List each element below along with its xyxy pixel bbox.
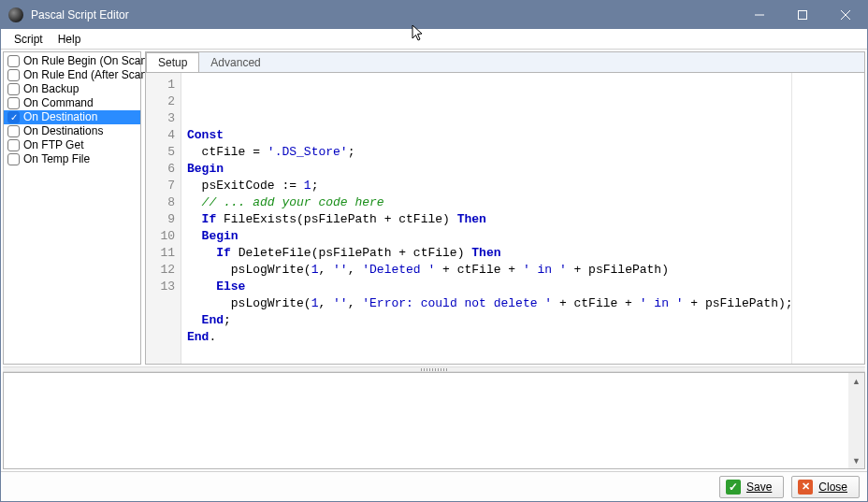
output-scrollbar[interactable]: ▲ ▼: [848, 373, 864, 468]
event-list-item[interactable]: On Destination: [4, 110, 140, 124]
line-number: 3: [148, 110, 175, 127]
code-token: psLogWrite(: [187, 296, 311, 310]
code-line[interactable]: // ... add your code here: [187, 194, 859, 211]
code-token: psExitCode :=: [187, 179, 304, 193]
code-token: + ctFile +: [435, 263, 523, 277]
code-token: ;: [224, 313, 231, 327]
code-token: Then: [457, 212, 486, 226]
close-window-button[interactable]: [824, 1, 867, 29]
save-button-label: Save: [746, 480, 772, 494]
line-number: 6: [148, 161, 175, 178]
event-list: On Rule Begin (On Scan)On Rule End (Afte…: [3, 51, 141, 365]
line-number: 5: [148, 144, 175, 161]
titlebar[interactable]: Pascal Script Editor: [1, 1, 867, 29]
checkbox[interactable]: [7, 125, 20, 137]
line-number: 4: [148, 127, 175, 144]
code-line[interactable]: psLogWrite(1, '', 'Error: could not dele…: [187, 295, 859, 312]
event-list-item-label: On Rule Begin (On Scan): [23, 54, 151, 68]
code-token: If: [216, 246, 231, 260]
scroll-up-icon[interactable]: ▲: [848, 373, 864, 389]
event-list-item[interactable]: On FTP Get: [4, 138, 140, 152]
code-token: [187, 212, 202, 226]
checkbox[interactable]: [7, 55, 20, 67]
save-button[interactable]: Save: [719, 476, 784, 498]
code-token: .: [209, 330, 216, 344]
code-area[interactable]: Const ctFile = '.DS_Store';Begin psExitC…: [181, 73, 864, 364]
code-token: DeleteFile(psFilePath + ctFile): [231, 246, 471, 260]
event-list-item[interactable]: On Temp File: [4, 152, 140, 166]
close-button[interactable]: Close: [791, 476, 860, 498]
event-list-item-label: On Temp File: [23, 152, 90, 166]
checkbox[interactable]: [7, 111, 20, 123]
code-token: '': [333, 296, 348, 310]
code-line[interactable]: End;: [187, 312, 859, 329]
code-token: ' in ': [523, 263, 567, 277]
code-token: 'Deleted ': [362, 263, 435, 277]
minimize-button[interactable]: [738, 1, 781, 29]
code-token: 1: [304, 179, 311, 193]
code-token: + psFilePath): [567, 263, 669, 277]
code-line[interactable]: psExitCode := 1;: [187, 178, 859, 194]
code-line[interactable]: Else: [187, 279, 859, 295]
code-line[interactable]: Const: [187, 127, 859, 144]
code-line[interactable]: psLogWrite(1, '', 'Deleted ' + ctFile + …: [187, 262, 859, 279]
event-list-item-label: On Backup: [23, 82, 79, 96]
line-number: 7: [148, 178, 175, 194]
event-list-item-label: On Command: [23, 96, 94, 110]
output-panel[interactable]: ▲ ▼: [3, 372, 865, 469]
code-line[interactable]: If FileExists(psFilePath + ctFile) Then: [187, 211, 859, 228]
line-number: 13: [148, 279, 175, 295]
code-token: '': [333, 263, 348, 277]
checkbox[interactable]: [7, 153, 20, 165]
scroll-down-icon[interactable]: ▼: [848, 452, 864, 468]
checkbox[interactable]: [7, 97, 20, 109]
event-list-item[interactable]: On Destinations: [4, 124, 140, 138]
code-line[interactable]: If DeleteFile(psFilePath + ctFile) Then: [187, 245, 859, 262]
tab-setup[interactable]: Setup: [146, 52, 199, 73]
window: Pascal Script Editor Script Help On Rule…: [0, 0, 868, 502]
app-icon: [8, 7, 23, 22]
event-list-item[interactable]: On Command: [4, 96, 140, 110]
code-token: End: [187, 330, 209, 344]
checkmark-icon: [726, 480, 741, 495]
code-token: Else: [216, 280, 245, 294]
code-token: 'Error: could not delete ': [362, 296, 552, 310]
line-number: 9: [148, 211, 175, 228]
code-token: psLogWrite(: [187, 263, 311, 277]
maximize-button[interactable]: [781, 1, 824, 29]
line-number: 1: [148, 77, 175, 93]
event-list-item[interactable]: On Rule Begin (On Scan): [4, 54, 140, 68]
checkbox[interactable]: [7, 83, 20, 95]
code-line[interactable]: End.: [187, 329, 859, 346]
client-area: On Rule Begin (On Scan)On Rule End (Afte…: [1, 50, 867, 366]
line-number-gutter: 12345678910111213: [146, 73, 181, 364]
code-token: [187, 246, 216, 260]
close-button-label: Close: [818, 480, 847, 494]
code-editor[interactable]: 12345678910111213 Const ctFile = '.DS_St…: [145, 72, 865, 365]
event-list-item[interactable]: On Backup: [4, 82, 140, 96]
line-number: 12: [148, 262, 175, 279]
code-line[interactable]: ctFile = '.DS_Store';: [187, 144, 859, 161]
menubar: Script Help: [1, 29, 867, 50]
checkbox[interactable]: [7, 139, 20, 151]
line-number: 8: [148, 194, 175, 211]
tab-advanced[interactable]: Advanced: [199, 53, 272, 72]
code-token: End: [202, 313, 224, 327]
code-token: ;: [348, 145, 355, 159]
code-token: [187, 229, 202, 243]
code-token: Const: [187, 128, 224, 142]
code-line[interactable]: Begin: [187, 161, 859, 178]
checkbox[interactable]: [7, 69, 20, 81]
menu-help[interactable]: Help: [51, 31, 89, 48]
code-token: If: [202, 212, 217, 226]
code-line[interactable]: Begin: [187, 228, 859, 245]
line-number: 10: [148, 228, 175, 245]
menu-script[interactable]: Script: [7, 31, 51, 48]
code-token: ' in ': [640, 296, 684, 310]
code-token: // ... add your code here: [187, 195, 384, 209]
splitter-grip-icon: [421, 368, 447, 371]
code-token: ,: [318, 296, 333, 310]
event-list-item[interactable]: On Rule End (After Scan): [4, 68, 140, 82]
code-token: ;: [311, 179, 319, 193]
right-pane: Setup Advanced 12345678910111213 Const c…: [145, 51, 865, 365]
